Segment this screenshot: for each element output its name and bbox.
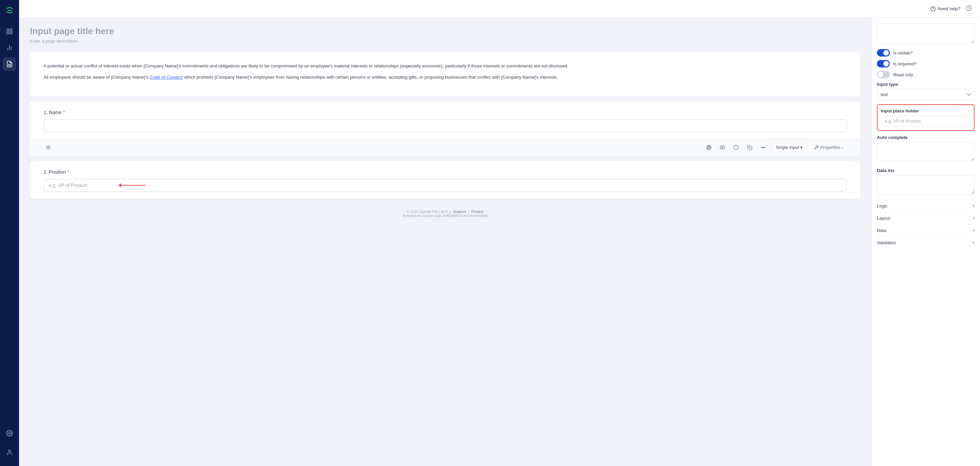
help-icon xyxy=(930,6,936,11)
is-required-label: Is required? xyxy=(893,61,917,66)
question-1-text: Name xyxy=(49,110,62,115)
auto-complete-label: Auto complete xyxy=(877,135,975,140)
copy-icon[interactable] xyxy=(745,143,754,152)
svg-rect-0 xyxy=(7,29,9,31)
sidebar-item-user[interactable] xyxy=(3,445,16,459)
input-type-selector[interactable]: Single Input ▾ xyxy=(772,143,807,152)
alert-icon[interactable] xyxy=(731,143,741,152)
layout-section[interactable]: Layout ▾ xyxy=(877,212,975,224)
is-required-row: Is required? xyxy=(877,60,975,67)
need-help-button[interactable]: Need help? xyxy=(930,6,961,11)
input-placeholder-section: Input place holder xyxy=(877,104,975,131)
question-1-label: 1. Name * xyxy=(43,110,846,115)
sidebar-item-home[interactable] xyxy=(3,24,16,38)
wrench-icon xyxy=(814,145,819,150)
description-section: A potential or actual conflict of intere… xyxy=(30,52,860,96)
is-visible-toggle[interactable] xyxy=(877,49,890,57)
data-list-textarea[interactable] xyxy=(877,175,975,194)
eye-icon[interactable] xyxy=(718,143,727,152)
data-section[interactable]: Data ▾ xyxy=(877,224,975,236)
svg-rect-24 xyxy=(749,147,752,150)
drag-handle-icon[interactable] xyxy=(43,143,53,152)
sidebar-item-settings[interactable] xyxy=(3,426,16,440)
footer-support-link[interactable]: Support xyxy=(453,209,466,214)
footer-copyright: © 2023 Speeki Pte Ltd.® xyxy=(407,209,448,214)
desc-p2-before: All employees should be aware of [Compan… xyxy=(43,75,150,80)
footer: © 2023 Speeki Pte Ltd.® | Support | Priv… xyxy=(30,204,860,223)
question-2-number: 2. xyxy=(43,169,48,175)
question-2-text: Position xyxy=(49,169,66,175)
page-title[interactable]: Input page title here xyxy=(30,26,860,37)
auto-complete-textarea[interactable] xyxy=(877,142,975,161)
question-2-label: 2. Position * xyxy=(43,169,846,175)
panel-description-textarea[interactable] xyxy=(877,23,975,44)
properties-button[interactable]: Properties › xyxy=(811,144,846,151)
svg-point-20 xyxy=(722,147,723,148)
description-paragraph-1: A potential or actual conflict of intere… xyxy=(43,63,846,70)
topbar: Need help? xyxy=(19,0,980,18)
is-visible-row: Is visible? xyxy=(877,49,975,57)
input-placeholder-input[interactable] xyxy=(881,115,970,127)
question-2-input[interactable] xyxy=(43,179,846,192)
input-type-label: Single Input xyxy=(776,145,799,150)
topbar-actions: Need help? xyxy=(930,5,972,13)
svg-point-19 xyxy=(708,147,709,148)
svg-point-18 xyxy=(708,146,710,149)
arrow-line xyxy=(118,185,146,186)
logic-section[interactable]: Logic ▾ xyxy=(877,199,975,212)
logic-label: Logic xyxy=(877,203,888,209)
svg-rect-28 xyxy=(762,147,764,148)
input-type-select[interactable]: text xyxy=(877,89,975,100)
svg-rect-1 xyxy=(10,29,12,31)
footer-privacy-link[interactable]: Privacy xyxy=(471,209,484,214)
svg-rect-2 xyxy=(7,32,9,34)
chevron-right-icon: › xyxy=(842,145,843,150)
target-icon[interactable] xyxy=(704,143,714,152)
question-1-required: * xyxy=(63,110,65,115)
sidebar xyxy=(0,0,19,466)
question-2-required: * xyxy=(67,169,69,175)
content-layout: Input page title here Enter a page descr… xyxy=(19,18,980,466)
input-type-panel-label: Input type xyxy=(877,82,975,87)
form-area: Input page title here Enter a page descr… xyxy=(19,18,871,466)
question-2-content: 2. Position * xyxy=(30,161,860,199)
logic-chevron-icon: ▾ xyxy=(972,204,975,208)
read-only-toggle[interactable] xyxy=(877,71,890,78)
page-description[interactable]: Enter a page description xyxy=(30,38,860,44)
need-help-label: Need help? xyxy=(938,6,961,11)
question-1-section: 1. Name * xyxy=(30,102,860,156)
footer-main: © 2023 Speeki Pte Ltd.® | Support | Priv… xyxy=(35,209,855,214)
layout-chevron-icon: ▾ xyxy=(972,216,975,220)
data-chevron-icon: ▾ xyxy=(972,228,975,233)
sidebar-item-document[interactable] xyxy=(3,57,16,71)
validation-chevron-icon: ▾ xyxy=(972,241,975,245)
data-label: Data xyxy=(877,228,886,233)
svg-point-10 xyxy=(8,450,11,452)
description-text: A potential or actual conflict of intere… xyxy=(30,52,860,96)
data-list-label: Data list xyxy=(877,168,975,173)
read-only-row: Read only xyxy=(877,71,975,78)
sidebar-bottom xyxy=(3,426,16,462)
toggle-knob-2 xyxy=(883,61,889,66)
toggle-knob xyxy=(883,50,889,56)
question-1-content: 1. Name * xyxy=(30,102,860,139)
is-visible-label: Is visible? xyxy=(893,50,913,56)
question-1-toolbar: Single Input ▾ Properties › xyxy=(30,139,860,156)
sidebar-item-analytics[interactable] xyxy=(3,41,16,54)
is-required-toggle[interactable] xyxy=(877,60,890,67)
main-area: Need help? Input page title here Enter a… xyxy=(19,0,980,466)
layout-label: Layout xyxy=(877,215,890,221)
code-of-conduct-link[interactable]: Code of Conduct xyxy=(150,75,183,80)
svg-rect-29 xyxy=(764,147,765,148)
question-2-section: 2. Position * xyxy=(30,161,860,199)
svg-point-9 xyxy=(9,432,11,434)
logo[interactable] xyxy=(3,4,16,16)
svg-rect-3 xyxy=(10,32,12,34)
svg-rect-27 xyxy=(761,147,762,148)
more-icon[interactable] xyxy=(759,143,768,152)
question-1-input[interactable] xyxy=(43,119,846,132)
question-1-number: 1. xyxy=(43,110,48,115)
validation-section[interactable]: Validation ▾ xyxy=(877,236,975,249)
clock-icon xyxy=(966,5,972,13)
position-input-wrapper xyxy=(43,179,846,192)
